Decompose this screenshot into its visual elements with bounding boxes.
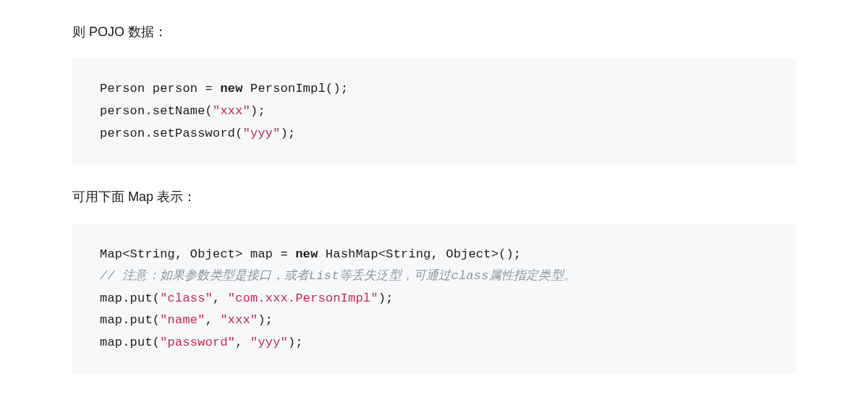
code-token-normal: PersonImpl(); — [243, 82, 349, 95]
paragraph-pojo: 则 POJO 数据： — [72, 20, 796, 43]
code-token-string: "yyy" — [243, 127, 281, 140]
code-token-normal: Map<String, Object> map = — [100, 247, 295, 261]
code-line: person.setName("xxx"); — [100, 101, 768, 123]
code-token-normal: ); — [378, 291, 393, 305]
code-token-normal: ); — [288, 336, 303, 349]
code-token-string: "xxx" — [213, 104, 250, 118]
code-line: map.put("password", "yyy"); — [100, 332, 768, 354]
code-token-normal: Person person = — [100, 82, 220, 95]
code-token-keyword: new — [295, 247, 318, 261]
code-token-normal: ); — [281, 127, 296, 140]
code-token-normal: , — [213, 291, 228, 305]
code-token-normal: ); — [250, 104, 265, 118]
code-token-string: "password" — [160, 336, 235, 349]
code-token-string: "class" — [160, 291, 213, 305]
code-line: map.put("name", "xxx"); — [100, 310, 768, 332]
code-token-string: "yyy" — [250, 336, 288, 349]
paragraph-map: 可用下面 Map 表示： — [72, 185, 796, 208]
code-line: map.put("class", "com.xxx.PersonImpl"); — [100, 288, 768, 310]
code-token-comment: // 注意：如果参数类型是接口，或者List等丢失泛型，可通过class属性指定… — [100, 269, 576, 283]
code-line: Person person = new PersonImpl(); — [100, 78, 768, 101]
code-token-string: "xxx" — [220, 313, 258, 327]
code-token-string: "com.xxx.PersonImpl" — [228, 291, 378, 305]
code-line: // 注意：如果参数类型是接口，或者List等丢失泛型，可通过class属性指定… — [100, 265, 768, 288]
code-token-string: "name" — [160, 313, 205, 327]
code-token-normal: , — [205, 313, 221, 327]
code-token-normal: , — [235, 336, 250, 349]
code-token-normal: map.put( — [100, 313, 160, 327]
code-line: Map<String, Object> map = new HashMap<St… — [100, 244, 768, 266]
code-token-normal: map.put( — [100, 291, 160, 305]
code-token-normal: ); — [258, 313, 273, 327]
document-content: 则 POJO 数据： Person person = new PersonImp… — [0, 20, 868, 375]
code-token-keyword: new — [220, 82, 242, 95]
code-token-normal: HashMap<String, Object>(); — [318, 247, 522, 261]
code-token-normal: person.setPassword( — [100, 127, 243, 140]
code-token-normal: map.put( — [100, 336, 160, 349]
code-line: person.setPassword("yyy"); — [100, 123, 768, 145]
code-block-map: Map<String, Object> map = new HashMap<St… — [72, 223, 796, 375]
code-token-normal: person.setName( — [100, 104, 213, 118]
code-block-pojo: Person person = new PersonImpl();person.… — [72, 58, 796, 165]
